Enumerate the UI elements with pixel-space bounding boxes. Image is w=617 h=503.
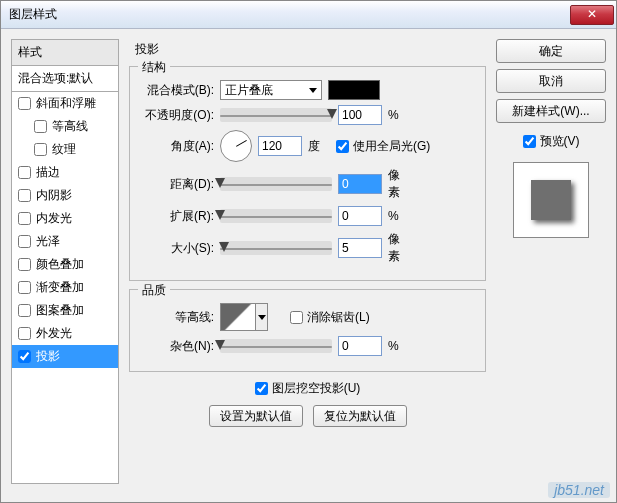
style-item[interactable]: 渐变叠加 (12, 276, 118, 299)
style-item-label: 外发光 (36, 325, 72, 342)
opacity-input[interactable] (338, 105, 382, 125)
preview-input[interactable] (523, 135, 536, 148)
spread-slider[interactable] (220, 209, 332, 223)
close-icon: ✕ (587, 7, 597, 21)
angle-label: 角度(A): (140, 138, 214, 155)
shadow-color-swatch[interactable] (328, 80, 380, 100)
use-global-light-checkbox[interactable]: 使用全局光(G) (336, 138, 430, 155)
style-item-checkbox[interactable] (18, 304, 31, 317)
opacity-unit: % (388, 108, 410, 122)
preview-shape (531, 180, 571, 220)
distance-slider[interactable] (220, 177, 332, 191)
style-item-label: 颜色叠加 (36, 256, 84, 273)
new-style-button[interactable]: 新建样式(W)... (496, 99, 606, 123)
blend-mode-combo[interactable]: 正片叠底 (220, 80, 322, 100)
noise-input[interactable] (338, 336, 382, 356)
style-item-label: 内阴影 (36, 187, 72, 204)
style-item[interactable]: 纹理 (12, 138, 118, 161)
preview-checkbox[interactable]: 预览(V) (496, 133, 606, 150)
structure-legend: 结构 (138, 59, 170, 76)
blend-mode-value: 正片叠底 (225, 82, 273, 99)
style-item-label: 描边 (36, 164, 60, 181)
style-item-checkbox[interactable] (18, 258, 31, 271)
spread-unit: % (388, 209, 410, 223)
ok-button[interactable]: 确定 (496, 39, 606, 63)
antialias-label: 消除锯齿(L) (307, 309, 370, 326)
angle-input[interactable] (258, 136, 302, 156)
opacity-slider[interactable] (220, 108, 332, 122)
section-title: 投影 (129, 39, 486, 66)
style-item[interactable]: 等高线 (12, 115, 118, 138)
style-item-label: 斜面和浮雕 (36, 95, 96, 112)
angle-unit: 度 (308, 138, 330, 155)
blend-mode-label: 混合模式(B): (140, 82, 214, 99)
style-item-label: 图案叠加 (36, 302, 84, 319)
knockout-checkbox[interactable]: 图层挖空投影(U) (255, 380, 361, 397)
preview-box (513, 162, 589, 238)
close-button[interactable]: ✕ (570, 5, 614, 25)
style-item[interactable]: 光泽 (12, 230, 118, 253)
use-global-light-label: 使用全局光(G) (353, 138, 430, 155)
style-item-checkbox[interactable] (18, 281, 31, 294)
style-item-checkbox[interactable] (34, 120, 47, 133)
style-item-checkbox[interactable] (18, 212, 31, 225)
noise-unit: % (388, 339, 410, 353)
cancel-button[interactable]: 取消 (496, 69, 606, 93)
distance-unit: 像素 (388, 167, 410, 201)
chevron-down-icon (309, 88, 317, 93)
contour-label: 等高线: (140, 309, 214, 326)
antialias-input[interactable] (290, 311, 303, 324)
reset-default-button[interactable]: 复位为默认值 (313, 405, 407, 427)
set-default-button[interactable]: 设置为默认值 (209, 405, 303, 427)
preview-label: 预览(V) (540, 133, 580, 150)
style-item[interactable]: 颜色叠加 (12, 253, 118, 276)
sidebar-blend-defaults[interactable]: 混合选项:默认 (11, 66, 119, 92)
style-item[interactable]: 内阴影 (12, 184, 118, 207)
dialog-actions: 确定 取消 新建样式(W)... 预览(V) (496, 39, 606, 492)
size-input[interactable] (338, 238, 382, 258)
settings-panel: 投影 结构 混合模式(B): 正片叠底 不透明度(O): % (129, 39, 486, 492)
spread-input[interactable] (338, 206, 382, 226)
style-item-label: 等高线 (52, 118, 88, 135)
angle-dial[interactable] (220, 130, 252, 162)
spread-label: 扩展(R): (140, 208, 214, 225)
structure-fieldset: 结构 混合模式(B): 正片叠底 不透明度(O): % 角度(A (129, 66, 486, 281)
titlebar: 图层样式 ✕ (1, 1, 616, 29)
style-item[interactable]: 外发光 (12, 322, 118, 345)
style-item-checkbox[interactable] (34, 143, 47, 156)
style-item-label: 渐变叠加 (36, 279, 84, 296)
watermark: jb51.net (548, 482, 610, 498)
styles-sidebar: 样式 混合选项:默认 斜面和浮雕等高线纹理描边内阴影内发光光泽颜色叠加渐变叠加图… (11, 39, 119, 492)
style-item-label: 内发光 (36, 210, 72, 227)
style-list: 斜面和浮雕等高线纹理描边内阴影内发光光泽颜色叠加渐变叠加图案叠加外发光投影 (11, 92, 119, 484)
style-item-checkbox[interactable] (18, 97, 31, 110)
style-item-checkbox[interactable] (18, 189, 31, 202)
style-item-checkbox[interactable] (18, 327, 31, 340)
antialias-checkbox[interactable]: 消除锯齿(L) (290, 309, 370, 326)
style-item-checkbox[interactable] (18, 166, 31, 179)
chevron-down-icon (258, 315, 266, 320)
quality-fieldset: 品质 等高线: 消除锯齿(L) 杂色(N): (129, 289, 486, 372)
size-slider[interactable] (220, 241, 332, 255)
layer-style-dialog: 图层样式 ✕ 样式 混合选项:默认 斜面和浮雕等高线纹理描边内阴影内发光光泽颜色… (0, 0, 617, 503)
noise-label: 杂色(N): (140, 338, 214, 355)
knockout-input[interactable] (255, 382, 268, 395)
size-label: 大小(S): (140, 240, 214, 257)
contour-dropdown[interactable] (256, 303, 268, 331)
style-item[interactable]: 图案叠加 (12, 299, 118, 322)
style-item-checkbox[interactable] (18, 350, 31, 363)
style-item-label: 投影 (36, 348, 60, 365)
contour-picker[interactable] (220, 303, 256, 331)
noise-slider[interactable] (220, 339, 332, 353)
distance-label: 距离(D): (140, 176, 214, 193)
style-item-checkbox[interactable] (18, 235, 31, 248)
distance-input[interactable] (338, 174, 382, 194)
opacity-label: 不透明度(O): (140, 107, 214, 124)
style-item[interactable]: 内发光 (12, 207, 118, 230)
dialog-title: 图层样式 (9, 6, 570, 23)
style-item[interactable]: 投影 (12, 345, 118, 368)
style-item[interactable]: 描边 (12, 161, 118, 184)
style-item[interactable]: 斜面和浮雕 (12, 92, 118, 115)
use-global-light-input[interactable] (336, 140, 349, 153)
sidebar-header: 样式 (11, 39, 119, 66)
